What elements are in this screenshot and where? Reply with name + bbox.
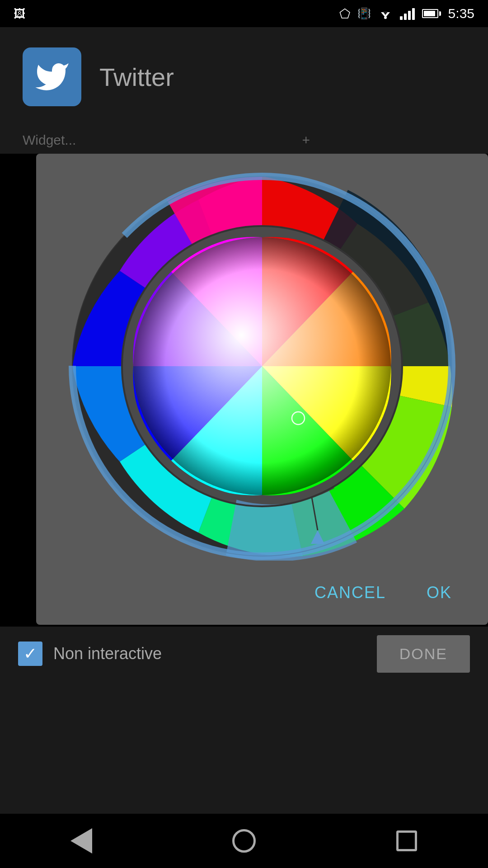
bluetooth-icon: ⬠	[339, 6, 350, 21]
svg-point-9	[133, 237, 391, 495]
color-wheel-svg[interactable]	[68, 172, 456, 561]
back-icon	[70, 828, 92, 854]
twitter-bird-icon	[34, 59, 70, 95]
app-title: Twitter	[99, 62, 174, 92]
battery-icon	[422, 9, 441, 18]
checkbox-row: ✓ Non interactive	[18, 642, 162, 666]
wifi-icon	[378, 8, 393, 19]
bg-hint-extra: +	[302, 132, 310, 148]
signal-icon	[400, 7, 415, 20]
status-icons: ⬠ 📳 5:35	[339, 6, 474, 21]
checkmark-icon: ✓	[23, 644, 37, 663]
done-button[interactable]: DONE	[377, 635, 470, 673]
vibrate-icon: 📳	[357, 7, 371, 20]
dialog-wrapper: CANCEL OK	[0, 154, 488, 625]
app-header: Twitter	[0, 27, 488, 127]
recents-button[interactable]	[380, 823, 434, 859]
color-wheel-container[interactable]	[63, 172, 461, 561]
ok-button[interactable]: OK	[418, 579, 461, 607]
svg-point-2	[384, 16, 387, 19]
home-button[interactable]	[217, 823, 271, 859]
status-bar: 🖼 ⬠ 📳 5:35	[0, 0, 488, 27]
below-dialog-row: ✓ Non interactive DONE	[0, 627, 488, 681]
bg-hint-text: Widget...	[23, 132, 76, 148]
saturation-disk[interactable]	[133, 237, 391, 495]
color-picker-dialog: CANCEL OK	[36, 154, 488, 625]
nav-bar	[0, 814, 488, 868]
image-icon: 🖼	[14, 7, 25, 21]
recents-icon	[396, 830, 417, 851]
checkbox-label: Non interactive	[53, 644, 162, 663]
twitter-logo-box	[23, 47, 81, 106]
home-icon	[232, 829, 256, 853]
dialog-buttons: CANCEL OK	[54, 574, 470, 611]
checkbox[interactable]: ✓	[18, 642, 42, 666]
status-time: 5:35	[448, 6, 474, 21]
back-button[interactable]	[54, 823, 108, 859]
cancel-button[interactable]: CANCEL	[305, 579, 395, 607]
bg-hint-strip: Widget... +	[0, 127, 488, 154]
